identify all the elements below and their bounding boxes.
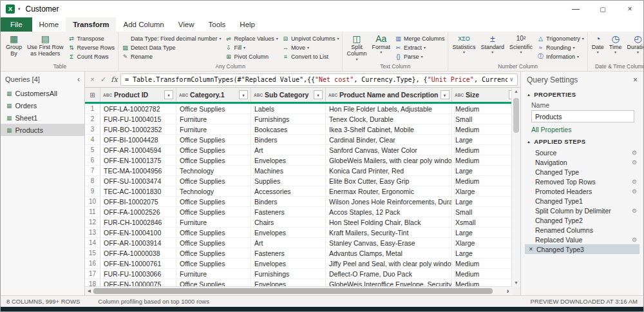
table-cell[interactable]: Binders <box>251 197 326 206</box>
ribbon-button-use-first-row-as-headers[interactable]: ▤Use First Row as Headers <box>25 32 66 57</box>
ribbon-button-reverse-rows[interactable]: ⇅Reverse Rows <box>67 43 117 52</box>
row-number[interactable]: 3 <box>85 124 100 134</box>
step-settings-gear-icon[interactable]: ⚙ <box>632 150 637 156</box>
applied-step-promoted-headers[interactable]: Promoted Headers⚙ <box>525 186 639 196</box>
step-settings-gear-icon[interactable]: ⚙ <box>632 188 637 195</box>
table-cell[interactable]: OFF-BI-10002075 <box>100 197 176 206</box>
delete-step-icon[interactable]: × <box>528 246 534 253</box>
vertical-scroll-thumb[interactable] <box>513 98 519 133</box>
table-cell[interactable]: OFF-FA-10000038 <box>100 248 176 258</box>
ribbon-button-count-rows[interactable]: ΣCount Rows <box>67 52 117 61</box>
column-filter-button[interactable]: ▾ <box>440 90 450 99</box>
row-number[interactable]: 2 <box>85 114 100 124</box>
ribbon-button-group-by[interactable]: ▦Group By <box>4 32 24 57</box>
ribbon-button-unpivot-columns[interactable]: ⊟Unpivot Columns▾ <box>281 34 341 43</box>
formula-input[interactable]: = Table.TransformColumnTypes(#"Replaced … <box>120 73 518 86</box>
table-cell[interactable]: Fasteners <box>251 248 326 258</box>
ribbon-button-standard[interactable]: ±Standard▾ <box>479 32 507 55</box>
ribbon-button-rename[interactable]: ✎Rename <box>120 52 222 61</box>
table-cell[interactable]: Office Supplies <box>176 228 251 237</box>
table-cell[interactable]: Large <box>452 197 520 206</box>
table-cell[interactable]: Xlarge <box>452 186 520 196</box>
table-cell[interactable]: Medium <box>452 145 520 155</box>
row-number[interactable]: 1 <box>85 104 100 113</box>
ribbon-button-duration[interactable]: ◴Duration▾ <box>625 32 643 55</box>
table-cell[interactable]: Jiffy Peel and Seal, with clear poly win… <box>326 258 452 268</box>
table-cell[interactable]: OFF-EN-10004100 <box>100 228 176 237</box>
table-cell[interactable]: Medium <box>452 176 520 186</box>
table-cell[interactable]: Chairs <box>251 217 326 227</box>
ribbon-button-statistics[interactable]: ΧΣΟStatistics▾ <box>450 32 477 55</box>
column-header-product-name-and-description[interactable]: ABCProduct Name and Description▾ <box>326 88 452 102</box>
collapse-queries-pane-icon[interactable]: ‹ <box>77 75 80 84</box>
column-header-size[interactable]: ABCSize▾ <box>452 88 520 102</box>
row-number[interactable]: 15 <box>85 248 100 258</box>
table-cell[interactable]: Office Supplies <box>176 176 251 186</box>
applied-step-changed-type[interactable]: Changed Type <box>525 167 639 177</box>
row-number[interactable]: 11 <box>85 207 100 217</box>
minimize-button[interactable]: — <box>562 1 589 17</box>
table-cell[interactable]: Office Supplies <box>176 145 251 155</box>
table-cell[interactable]: Enermax Router, Ergonomic <box>326 186 452 196</box>
table-cell[interactable]: Stanley Canvas, Easy-Erase <box>326 238 452 248</box>
column-filter-button[interactable]: ▾ <box>239 90 248 99</box>
table-cell[interactable]: Hon Steel Folding Chair, Black <box>326 217 452 227</box>
applied-step-removed-top-rows[interactable]: Removed Top Rows⚙ <box>525 177 639 186</box>
ribbon-button-extract[interactable]: ✂Extract▾ <box>393 43 446 52</box>
tab-help[interactable]: Help <box>232 17 262 32</box>
ribbon-button-parse[interactable]: {}Parse▾ <box>393 52 446 61</box>
column-profiling-status[interactable]: Column profiling based on top 1000 rows <box>98 298 209 305</box>
ribbon-button-detect-data-type[interactable]: ▨Detect Data Type <box>120 43 222 52</box>
table-cell[interactable]: OFF-EN-10001375 <box>100 155 176 165</box>
table-cell[interactable]: Medium <box>452 155 520 165</box>
step-settings-gear-icon[interactable]: ⚙ <box>632 208 637 214</box>
table-cell[interactable]: Furniture <box>176 269 251 278</box>
table-cell[interactable]: Technology <box>176 166 251 175</box>
scroll-down-icon[interactable]: ▼ <box>512 279 520 287</box>
table-cell[interactable]: Labels <box>251 104 326 113</box>
query-item-products[interactable]: ▦Products <box>1 124 84 136</box>
table-cell[interactable]: Large <box>452 135 520 144</box>
properties-section-header[interactable]: ▲ PROPERTIES <box>521 88 643 100</box>
row-number[interactable]: 4 <box>85 135 100 144</box>
applied-steps-section-header[interactable]: ▲ APPLIED STEPS <box>521 135 643 147</box>
table-cell[interactable]: Office Supplies <box>176 135 251 144</box>
table-cell[interactable]: FUR-BO-10002352 <box>100 124 176 134</box>
ribbon-button-date[interactable]: ◔Date▾ <box>590 32 606 55</box>
table-cell[interactable]: Envelopes <box>251 228 326 237</box>
table-cell[interactable]: Medium <box>452 104 520 113</box>
row-number[interactable]: 8 <box>85 176 100 186</box>
table-cell[interactable]: TEC-AC-10001830 <box>100 186 176 196</box>
query-item-orders[interactable]: ▦Orders <box>1 99 84 112</box>
column-header-category-1[interactable]: ABCCategory.1▾ <box>176 88 251 102</box>
ribbon-button-pivot-column[interactable]: ⊞Pivot Column <box>223 52 279 61</box>
table-cell[interactable]: Office Supplies <box>176 155 251 165</box>
table-cell[interactable]: Art <box>251 145 326 155</box>
applied-step-navigation[interactable]: Navigation⚙ <box>525 157 639 167</box>
query-item-customersall[interactable]: ▦CustomersAll <box>1 87 84 99</box>
table-cell[interactable]: Elite Box Cutter, Easy Grip <box>326 176 452 186</box>
table-cell[interactable]: Envelopes <box>251 155 326 165</box>
table-cell[interactable]: Machines <box>251 166 326 175</box>
ribbon-button-move[interactable]: ↔Move▾ <box>281 43 341 52</box>
row-number[interactable]: 10 <box>85 197 100 206</box>
vertical-scrollbar[interactable]: ▲ ▼ <box>511 88 520 287</box>
table-cell[interactable]: Tenex Clock, Durable <box>326 114 452 124</box>
quick-access-caret-icon[interactable]: ▾ <box>18 6 21 12</box>
table-cell[interactable]: Office Supplies <box>176 258 251 268</box>
table-cell[interactable]: Medium <box>452 124 520 134</box>
excel-app-icon[interactable]: X <box>6 5 15 14</box>
table-cell[interactable]: Advantus Clamps, Metal <box>326 248 452 258</box>
ribbon-button-fill[interactable]: ⇩Fill▾ <box>223 43 279 52</box>
table-cell[interactable]: Accessories <box>251 186 326 196</box>
ribbon-button-replace-values[interactable]: ⇌Replace Values▾ <box>223 34 279 43</box>
table-cell[interactable]: Large <box>452 228 520 237</box>
table-cell[interactable]: OFF-EN-10000761 <box>100 258 176 268</box>
applied-step-replaced-value[interactable]: Replaced Value⚙ <box>525 235 639 244</box>
column-filter-button[interactable]: ▾ <box>164 90 173 99</box>
row-number[interactable]: 5 <box>85 145 100 155</box>
table-cell[interactable]: Xlarge <box>452 238 520 248</box>
table-cell[interactable]: Kraft Mailers, Security-Tint <box>326 228 452 237</box>
table-cell[interactable]: Sanford Canvas, Water Color <box>326 145 452 155</box>
close-settings-icon[interactable]: × <box>633 75 638 84</box>
